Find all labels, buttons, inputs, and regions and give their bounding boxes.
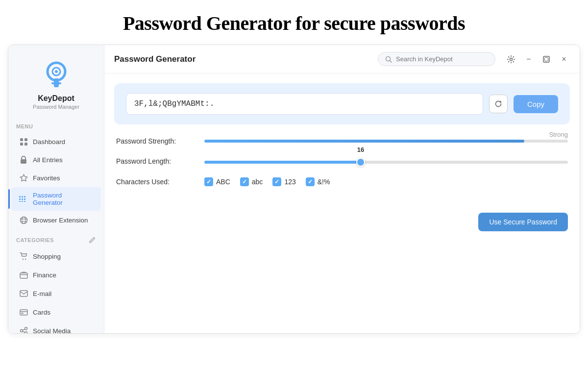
finance-icon: [19, 270, 28, 279]
svg-rect-15: [24, 198, 25, 200]
svg-point-24: [24, 259, 25, 260]
svg-line-35: [23, 331, 24, 332]
svg-rect-13: [19, 198, 21, 200]
uppercase-checkmark: ✓: [206, 178, 211, 185]
generated-password-field[interactable]: [126, 93, 483, 115]
svg-rect-11: [22, 196, 23, 197]
use-secure-password-button[interactable]: Use Secure Password: [478, 213, 568, 231]
app-logo-icon: [41, 59, 72, 90]
topbar: Password Generator −: [104, 45, 580, 74]
svg-point-32: [24, 327, 27, 330]
svg-rect-12: [24, 196, 25, 197]
pw-gen-label: Password Generator: [33, 192, 93, 206]
page-title: Password Generator: [114, 54, 372, 64]
sidebar-item-shopping[interactable]: Shopping: [11, 247, 101, 265]
sidebar-logo: KeyDepot Password Manager: [8, 45, 104, 118]
length-value: 16: [357, 146, 364, 153]
numbers-checkmark: ✓: [274, 178, 279, 185]
numbers-checkbox[interactable]: ✓: [272, 177, 281, 186]
svg-rect-27: [20, 291, 27, 296]
svg-point-23: [22, 259, 23, 260]
length-slider[interactable]: [204, 161, 568, 164]
app-subtitle: Password Manager: [33, 104, 79, 110]
svg-point-38: [510, 58, 513, 60]
search-bar[interactable]: [378, 52, 495, 66]
svg-point-31: [20, 330, 23, 332]
svg-rect-39: [543, 56, 549, 62]
sidebar-item-favorites[interactable]: Favorites: [11, 169, 101, 187]
svg-rect-9: [21, 159, 26, 164]
lowercase-label: abc: [252, 178, 263, 186]
strength-bar: [204, 140, 568, 143]
length-slider-container: 16: [204, 157, 568, 166]
svg-rect-16: [19, 201, 21, 202]
sidebar-item-all-entries[interactable]: All Entries: [11, 151, 101, 169]
social-label: Social Media: [33, 327, 71, 334]
lock-icon: [19, 155, 28, 164]
cart-icon: [19, 252, 28, 261]
svg-rect-6: [24, 138, 27, 141]
globe-icon: [19, 216, 28, 224]
copy-button[interactable]: Copy: [514, 95, 558, 113]
minimize-button[interactable]: −: [523, 53, 535, 65]
close-button[interactable]: ×: [558, 53, 570, 65]
main-content: Password Generator −: [104, 45, 580, 333]
svg-point-20: [22, 217, 25, 223]
settings-area: Password Strength: Strong Password Lengt…: [104, 132, 580, 203]
lowercase-checkbox[interactable]: ✓: [240, 177, 249, 186]
symbols-label: &!%: [318, 178, 330, 186]
length-slider-wrapper: 16: [204, 157, 568, 166]
shopping-label: Shopping: [33, 253, 61, 260]
app-name: KeyDepot: [38, 94, 74, 103]
dashboard-icon: [19, 137, 28, 146]
svg-rect-40: [545, 57, 548, 61]
svg-point-2: [55, 70, 58, 73]
length-label: Password Length:: [116, 157, 204, 165]
strength-label: Password Strength:: [116, 137, 204, 145]
refresh-password-button[interactable]: [489, 95, 508, 113]
social-icon: [19, 326, 28, 334]
svg-line-37: [390, 60, 392, 62]
uppercase-label: ABC: [216, 178, 230, 186]
dashboard-label: Dashboard: [33, 138, 65, 146]
strength-row: Password Strength: Strong: [116, 137, 568, 145]
symbols-checkbox[interactable]: ✓: [306, 177, 315, 186]
char-option-lowercase[interactable]: ✓ abc: [240, 177, 263, 186]
star-icon: [19, 173, 28, 182]
svg-rect-17: [22, 201, 23, 202]
sidebar-item-finance[interactable]: Finance: [11, 266, 101, 284]
sidebar: KeyDepot Password Manager MENU Dashboard: [8, 45, 104, 333]
sidebar-item-social-media[interactable]: Social Media: [11, 322, 101, 334]
svg-rect-4: [51, 82, 61, 84]
svg-rect-7: [20, 143, 23, 146]
svg-rect-30: [21, 313, 24, 314]
symbols-checkmark: ✓: [308, 178, 313, 185]
favorites-label: Favorites: [33, 174, 60, 182]
sidebar-item-email[interactable]: E-mail: [11, 285, 101, 302]
categories-header: CATEGORIES: [8, 229, 104, 247]
chars-row: Characters Used: ✓ ABC ✓ abc: [116, 177, 568, 186]
char-option-uppercase[interactable]: ✓ ABC: [204, 177, 230, 186]
uppercase-checkbox[interactable]: ✓: [204, 177, 213, 186]
search-input[interactable]: [396, 55, 484, 63]
edit-icon[interactable]: [88, 236, 96, 244]
settings-button[interactable]: [505, 53, 517, 65]
sidebar-item-password-generator[interactable]: Password Generator: [11, 187, 101, 211]
svg-rect-25: [20, 273, 27, 278]
maximize-button[interactable]: [540, 53, 552, 65]
svg-rect-8: [24, 143, 27, 146]
strength-slider-container: Strong: [204, 140, 568, 143]
card-icon: [19, 308, 28, 317]
lowercase-checkmark: ✓: [242, 178, 247, 185]
length-row: Password Length: 16: [116, 157, 568, 166]
sidebar-item-dashboard[interactable]: Dashboard: [11, 133, 101, 150]
sidebar-item-cards[interactable]: Cards: [11, 303, 101, 321]
finance-label: Finance: [33, 271, 56, 279]
char-option-numbers[interactable]: ✓ 123: [272, 177, 295, 186]
main-nav: Dashboard All Entries F: [8, 132, 104, 229]
char-option-symbols[interactable]: ✓ &!%: [306, 177, 330, 186]
email-label: E-mail: [33, 290, 51, 297]
char-options: ✓ ABC ✓ abc ✓ 123: [204, 177, 330, 186]
app-window: KeyDepot Password Manager MENU Dashboard: [8, 45, 580, 334]
sidebar-item-browser-extension[interactable]: Browser Extension: [11, 211, 101, 229]
